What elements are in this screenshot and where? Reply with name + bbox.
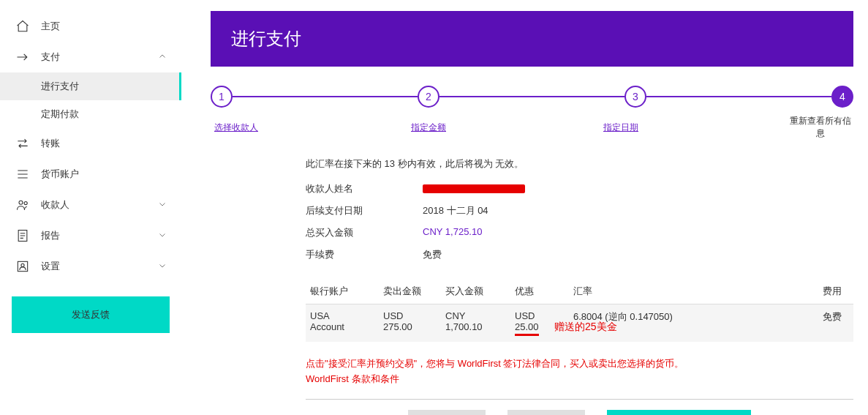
nav-settings-label: 设置 bbox=[41, 260, 60, 273]
home-icon bbox=[15, 18, 31, 34]
users-icon bbox=[15, 197, 31, 213]
cell-fee: 免费 bbox=[698, 310, 849, 324]
nav-settings[interactable]: 设置 bbox=[0, 251, 181, 282]
step-4-label: 重新查看所有信息 bbox=[790, 116, 851, 138]
page-header: 进行支付 bbox=[211, 11, 853, 67]
chevron-up-icon bbox=[158, 52, 167, 63]
nav-pay[interactable]: 支付 bbox=[0, 42, 181, 72]
step-1-circle: 1 bbox=[211, 86, 233, 108]
stepper-labels: 选择收款人 指定金额 指定日期 重新查看所有信息 bbox=[211, 115, 853, 140]
nav-transfer-label: 转账 bbox=[41, 137, 60, 150]
sidebar: 主页 支付 进行支付 定期付款 转账 货币账户 收款人 报告 bbox=[0, 0, 181, 415]
chevron-down-icon bbox=[158, 231, 167, 242]
step-3-label[interactable]: 指定日期 bbox=[603, 122, 638, 132]
total-buy-label: 总买入金额 bbox=[306, 226, 423, 239]
redacted-name bbox=[423, 184, 525, 193]
step-2[interactable]: 2 bbox=[418, 86, 439, 108]
fee-label: 手续费 bbox=[306, 248, 423, 261]
step-2-circle: 2 bbox=[418, 86, 439, 108]
chevron-down-icon bbox=[158, 261, 167, 272]
step-1[interactable]: 1 bbox=[211, 86, 233, 108]
review-panel: 此汇率在接下来的 13 秒内有效，此后将视为 无效。 收款人姓名 后续支付日期 … bbox=[211, 147, 853, 415]
payee-name-value bbox=[423, 182, 525, 195]
fee-value: 免费 bbox=[423, 248, 442, 261]
legal-notice: 点击"接受汇率并预约交易"，您将与 WorldFirst 签订法律合同，买入或卖… bbox=[306, 356, 853, 400]
nav-pay-submenu: 进行支付 定期付款 bbox=[0, 72, 181, 128]
profile-icon bbox=[15, 258, 31, 274]
step-1-label[interactable]: 选择收款人 bbox=[214, 122, 258, 132]
stepper: 1 2 3 4 bbox=[211, 86, 853, 108]
arrow-right-icon bbox=[15, 49, 31, 65]
nav-transfer[interactable]: 转账 bbox=[0, 128, 181, 159]
subnav-scheduled[interactable]: 定期付款 bbox=[41, 100, 181, 128]
feedback-button[interactable]: 发送反馈 bbox=[12, 296, 170, 333]
nav-payee-label: 收款人 bbox=[41, 198, 69, 212]
payee-name-label: 收款人姓名 bbox=[306, 182, 423, 195]
step-4: 4 bbox=[831, 86, 853, 108]
document-icon bbox=[15, 228, 31, 244]
th-fee: 费用 bbox=[698, 285, 849, 298]
step-2-label[interactable]: 指定金额 bbox=[411, 122, 446, 132]
rate-validity-notice: 此汇率在接下来的 13 秒内有效，此后将视为 无效。 bbox=[306, 157, 853, 171]
cell-sell: USD275.00 bbox=[383, 310, 445, 332]
svg-point-1 bbox=[24, 201, 27, 204]
th-sell: 卖出金额 bbox=[383, 285, 445, 298]
nav-payee[interactable]: 收款人 bbox=[0, 190, 181, 220]
nav-currency-label: 货币账户 bbox=[41, 168, 79, 181]
svg-point-4 bbox=[21, 263, 24, 266]
cell-buy: CNY1,700.10 bbox=[445, 310, 515, 332]
action-buttons: 后退 取消 接受汇率并预约交易 bbox=[306, 410, 853, 415]
th-rate: 汇率 bbox=[573, 285, 698, 298]
nav-currency-account[interactable]: 货币账户 bbox=[0, 159, 181, 190]
terms-link[interactable]: WorldFirst 条款和条件 bbox=[306, 372, 853, 387]
list-icon bbox=[15, 166, 31, 182]
page-title: 进行支付 bbox=[231, 29, 301, 48]
confirm-button[interactable]: 接受汇率并预约交易 bbox=[607, 410, 751, 415]
th-buy: 买入金额 bbox=[445, 285, 515, 298]
table-header: 银行账户 卖出金额 买入金额 优惠 汇率 费用 bbox=[306, 279, 853, 304]
th-discount: 优惠 bbox=[515, 285, 573, 298]
main-content: 进行支付 1 2 3 4 选择收款人 指定金额 指定日期 重 bbox=[181, 0, 868, 415]
discount-annotation: 赠送的25美金 bbox=[554, 321, 617, 334]
step-line bbox=[646, 96, 831, 97]
payment-date-label: 后续支付日期 bbox=[306, 204, 423, 217]
table-row: USAAccount USD275.00 CNY1,700.10 USD25.0… bbox=[306, 304, 853, 342]
step-4-circle: 4 bbox=[831, 86, 853, 108]
step-3[interactable]: 3 bbox=[624, 86, 646, 108]
cell-account: USAAccount bbox=[310, 310, 383, 332]
nav-home-label: 主页 bbox=[41, 20, 60, 33]
cancel-button[interactable]: 取消 bbox=[507, 410, 585, 415]
svg-point-0 bbox=[19, 201, 23, 204]
total-buy-value: CNY 1,725.10 bbox=[423, 226, 482, 239]
step-3-circle: 3 bbox=[624, 86, 646, 108]
nav-report[interactable]: 报告 bbox=[0, 220, 181, 251]
nav-home[interactable]: 主页 bbox=[0, 11, 181, 42]
subnav-make-payment[interactable]: 进行支付 bbox=[0, 72, 181, 100]
step-line bbox=[439, 96, 624, 97]
breakdown-table: 银行账户 卖出金额 买入金额 优惠 汇率 费用 USAAccount USD27… bbox=[306, 279, 853, 342]
swap-icon bbox=[15, 135, 31, 152]
back-button[interactable]: 后退 bbox=[408, 410, 486, 415]
nav-report-label: 报告 bbox=[41, 229, 60, 242]
chevron-down-icon bbox=[158, 200, 167, 211]
th-account: 银行账户 bbox=[310, 285, 383, 298]
step-line bbox=[233, 96, 418, 97]
payment-date-value: 2018 十二月 04 bbox=[423, 204, 488, 217]
nav-pay-label: 支付 bbox=[41, 51, 60, 64]
